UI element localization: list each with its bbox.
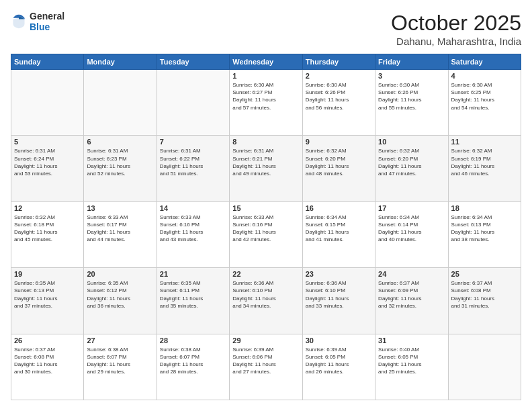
logo-icon [11,13,27,30]
location: Dahanu, Maharashtra, India [391,36,521,47]
calendar-cell: 2Sunrise: 6:30 AM Sunset: 6:26 PM Daylig… [302,70,375,136]
calendar-cell: 12Sunrise: 6:32 AM Sunset: 6:18 PM Dayli… [11,201,84,267]
day-info: Sunrise: 6:40 AM Sunset: 6:05 PM Dayligh… [378,346,445,376]
calendar-cell: 3Sunrise: 6:30 AM Sunset: 6:26 PM Daylig… [375,70,448,136]
logo-general: General [30,11,64,21]
calendar-cell: 28Sunrise: 6:38 AM Sunset: 6:07 PM Dayli… [157,334,229,400]
day-number: 3 [378,72,445,80]
page: General Blue October 2025 Dahanu, Mahara… [0,0,532,411]
day-info: Sunrise: 6:36 AM Sunset: 6:10 PM Dayligh… [306,279,372,310]
day-info: Sunrise: 6:39 AM Sunset: 6:05 PM Dayligh… [306,346,372,376]
calendar-cell: 19Sunrise: 6:35 AM Sunset: 6:13 PM Dayli… [11,268,84,334]
day-number: 21 [160,270,226,278]
calendar-cell: 23Sunrise: 6:36 AM Sunset: 6:10 PM Dayli… [302,268,375,334]
logo-text: General Blue [30,11,64,32]
weekday-header: Sunday [11,54,84,70]
calendar-week-row: 26Sunrise: 6:37 AM Sunset: 6:08 PM Dayli… [11,334,521,400]
calendar-cell: 10Sunrise: 6:32 AM Sunset: 6:20 PM Dayli… [375,136,448,201]
calendar-cell: 8Sunrise: 6:31 AM Sunset: 6:21 PM Daylig… [230,136,302,201]
calendar-cell: 31Sunrise: 6:40 AM Sunset: 6:05 PM Dayli… [375,334,448,400]
day-number: 25 [451,270,518,278]
day-number: 26 [14,336,81,345]
day-number: 5 [14,138,81,146]
day-info: Sunrise: 6:30 AM Sunset: 6:25 PM Dayligh… [451,81,518,111]
weekday-header: Thursday [302,54,375,70]
calendar-week-row: 12Sunrise: 6:32 AM Sunset: 6:18 PM Dayli… [11,201,521,267]
calendar-cell: 7Sunrise: 6:31 AM Sunset: 6:22 PM Daylig… [157,136,229,201]
logo-blue: Blue [30,21,50,32]
day-info: Sunrise: 6:37 AM Sunset: 6:08 PM Dayligh… [14,346,81,376]
day-info: Sunrise: 6:30 AM Sunset: 6:26 PM Dayligh… [378,81,445,111]
day-info: Sunrise: 6:31 AM Sunset: 6:22 PM Dayligh… [160,147,226,177]
title-block: October 2025 Dahanu, Maharashtra, India [391,11,521,47]
day-number: 22 [232,270,299,278]
calendar-cell: 29Sunrise: 6:39 AM Sunset: 6:06 PM Dayli… [230,334,302,400]
calendar-cell: 9Sunrise: 6:32 AM Sunset: 6:20 PM Daylig… [302,136,375,201]
day-number: 6 [87,138,153,146]
day-number: 30 [306,336,372,345]
day-number: 23 [306,270,372,278]
calendar-cell: 17Sunrise: 6:34 AM Sunset: 6:14 PM Dayli… [375,201,448,267]
day-info: Sunrise: 6:32 AM Sunset: 6:18 PM Dayligh… [14,214,81,244]
day-number: 27 [87,336,153,345]
day-info: Sunrise: 6:35 AM Sunset: 6:11 PM Dayligh… [160,279,226,310]
day-number: 19 [14,270,81,278]
day-info: Sunrise: 6:37 AM Sunset: 6:08 PM Dayligh… [451,279,518,310]
day-info: Sunrise: 6:37 AM Sunset: 6:09 PM Dayligh… [378,279,445,310]
day-number: 28 [160,336,226,345]
day-info: Sunrise: 6:30 AM Sunset: 6:26 PM Dayligh… [306,81,372,111]
day-number: 1 [232,72,299,80]
day-number: 7 [160,138,226,146]
day-number: 24 [378,270,445,278]
calendar-cell: 15Sunrise: 6:33 AM Sunset: 6:16 PM Dayli… [230,201,302,267]
weekday-header: Wednesday [230,54,302,70]
calendar-cell [448,334,521,400]
calendar-cell: 25Sunrise: 6:37 AM Sunset: 6:08 PM Dayli… [448,268,521,334]
calendar-cell: 6Sunrise: 6:31 AM Sunset: 6:23 PM Daylig… [84,136,157,201]
calendar-table: SundayMondayTuesdayWednesdayThursdayFrid… [11,54,521,400]
day-number: 16 [306,204,372,212]
day-info: Sunrise: 6:38 AM Sunset: 6:07 PM Dayligh… [160,346,226,376]
calendar-cell: 27Sunrise: 6:38 AM Sunset: 6:07 PM Dayli… [84,334,157,400]
day-number: 20 [87,270,153,278]
day-number: 18 [451,204,518,212]
day-number: 11 [451,138,518,146]
day-number: 31 [378,336,445,345]
calendar-cell: 1Sunrise: 6:30 AM Sunset: 6:27 PM Daylig… [230,70,302,136]
logo: General Blue [11,11,64,32]
calendar-cell: 5Sunrise: 6:31 AM Sunset: 6:24 PM Daylig… [11,136,84,201]
calendar-cell [84,70,157,136]
day-number: 9 [306,138,372,146]
day-info: Sunrise: 6:33 AM Sunset: 6:17 PM Dayligh… [87,214,153,244]
weekday-header: Friday [375,54,448,70]
calendar-cell [11,70,84,136]
day-number: 4 [451,72,518,80]
day-number: 8 [232,138,299,146]
weekday-header-row: SundayMondayTuesdayWednesdayThursdayFrid… [11,54,521,70]
day-info: Sunrise: 6:33 AM Sunset: 6:16 PM Dayligh… [232,214,299,244]
calendar-cell: 4Sunrise: 6:30 AM Sunset: 6:25 PM Daylig… [448,70,521,136]
day-info: Sunrise: 6:34 AM Sunset: 6:15 PM Dayligh… [306,214,372,244]
day-info: Sunrise: 6:32 AM Sunset: 6:19 PM Dayligh… [451,147,518,177]
calendar-cell: 22Sunrise: 6:36 AM Sunset: 6:10 PM Dayli… [230,268,302,334]
calendar-cell: 24Sunrise: 6:37 AM Sunset: 6:09 PM Dayli… [375,268,448,334]
calendar-cell: 26Sunrise: 6:37 AM Sunset: 6:08 PM Dayli… [11,334,84,400]
weekday-header: Saturday [448,54,521,70]
day-number: 13 [87,204,153,212]
day-info: Sunrise: 6:39 AM Sunset: 6:06 PM Dayligh… [232,346,299,376]
calendar-cell: 16Sunrise: 6:34 AM Sunset: 6:15 PM Dayli… [302,201,375,267]
calendar-week-row: 5Sunrise: 6:31 AM Sunset: 6:24 PM Daylig… [11,136,521,201]
day-info: Sunrise: 6:33 AM Sunset: 6:16 PM Dayligh… [160,214,226,244]
day-info: Sunrise: 6:34 AM Sunset: 6:14 PM Dayligh… [378,214,445,244]
day-info: Sunrise: 6:30 AM Sunset: 6:27 PM Dayligh… [232,81,299,111]
day-number: 15 [232,204,299,212]
day-info: Sunrise: 6:36 AM Sunset: 6:10 PM Dayligh… [232,279,299,310]
day-number: 2 [306,72,372,80]
day-number: 17 [378,204,445,212]
day-info: Sunrise: 6:35 AM Sunset: 6:12 PM Dayligh… [87,279,153,310]
calendar-cell: 21Sunrise: 6:35 AM Sunset: 6:11 PM Dayli… [157,268,229,334]
day-number: 14 [160,204,226,212]
calendar-week-row: 1Sunrise: 6:30 AM Sunset: 6:27 PM Daylig… [11,70,521,136]
day-info: Sunrise: 6:31 AM Sunset: 6:21 PM Dayligh… [232,147,299,177]
calendar-cell: 30Sunrise: 6:39 AM Sunset: 6:05 PM Dayli… [302,334,375,400]
